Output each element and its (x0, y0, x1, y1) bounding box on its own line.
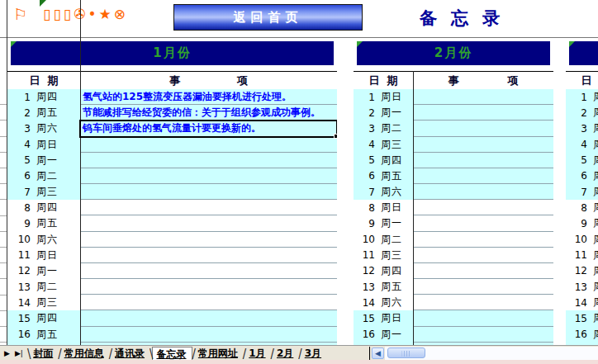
date-cell[interactable]: 7周六 (566, 184, 598, 200)
date-cell[interactable]: 10周二 (566, 232, 598, 248)
date-cell[interactable]: 4周日 (7, 137, 80, 153)
sheet-tab-备忘录[interactable]: 备忘录 (152, 347, 192, 361)
date-cell[interactable]: 14周三 (7, 295, 80, 310)
date-cell[interactable]: 8周四 (7, 200, 80, 215)
item-cell[interactable] (413, 168, 553, 184)
date-cell[interactable]: 9周五 (7, 215, 80, 231)
sheet-tab-常用信息[interactable]: 常用信息 (61, 347, 110, 361)
item-cell[interactable] (413, 200, 553, 215)
date-cell[interactable]: 7周三 (7, 184, 80, 200)
item-cell[interactable] (413, 295, 553, 310)
horizontal-scrollbar-thumb[interactable] (387, 347, 425, 358)
item-cell[interactable] (413, 232, 553, 248)
date-cell[interactable]: 9周一 (354, 215, 413, 231)
date-cell[interactable]: 10周二 (354, 232, 413, 248)
sheet-tab-通讯录[interactable]: 通讯录 (112, 347, 150, 361)
horizontal-scrollbar-track[interactable] (385, 347, 598, 360)
date-cell[interactable]: 12周一 (7, 263, 80, 279)
active-item-cell[interactable]: 钨车间垂熔处的氢气流量计要更换新的。 (80, 121, 337, 136)
item-cell[interactable] (413, 89, 553, 105)
date-cell[interactable]: 11周日 (7, 248, 80, 263)
date-cell[interactable]: 13周五 (566, 279, 598, 295)
date-cell[interactable]: 16周一 (354, 327, 413, 343)
date-cell[interactable]: 2周五 (7, 105, 80, 121)
date-cell[interactable]: 8周日 (354, 200, 413, 215)
date-cell[interactable]: 3周六 (7, 121, 80, 136)
item-cell[interactable] (80, 215, 337, 231)
item-cell[interactable] (80, 184, 337, 200)
date-cell[interactable]: 8周日 (566, 200, 598, 215)
date-cell[interactable]: 10周六 (7, 232, 80, 248)
tab-scroll-next-icon[interactable]: ▶ (4, 349, 10, 357)
item-cell[interactable] (80, 327, 337, 343)
item-cell[interactable] (413, 105, 553, 121)
date-cell[interactable]: 14周六 (566, 295, 598, 310)
item-cell[interactable] (413, 310, 553, 326)
date-cell[interactable]: 15周日 (354, 310, 413, 326)
date-cell[interactable]: 2周一 (566, 105, 598, 121)
return-home-button[interactable]: 返回首页 (173, 4, 363, 31)
item-cell[interactable] (413, 121, 553, 136)
item-cell[interactable] (413, 153, 553, 168)
item-cell[interactable]: 节能减排写给经贸委的信：关于于组织参观成功事例。 (80, 105, 337, 121)
date-cell[interactable]: 7周六 (354, 184, 413, 200)
item-cell[interactable] (80, 263, 337, 279)
date-cell[interactable]: 6周二 (7, 168, 80, 184)
sheet-tab-2月[interactable]: 2月 (273, 347, 299, 361)
date-cell[interactable]: 13周二 (7, 279, 80, 295)
date-cell[interactable]: 15周四 (7, 310, 80, 326)
item-cell[interactable] (413, 215, 553, 231)
date-cell[interactable]: 6周五 (354, 168, 413, 184)
weekday-label: 周三 (593, 248, 598, 262)
date-cell[interactable]: 4周三 (354, 137, 413, 153)
item-cell[interactable] (413, 279, 553, 295)
item-cell[interactable]: 氢气站的125整流变压器漏油要择机进行处理。 (80, 89, 337, 105)
date-cell[interactable]: 5周一 (7, 153, 80, 168)
item-cell[interactable] (80, 232, 337, 248)
date-cell[interactable]: 3周二 (566, 121, 598, 136)
item-cell[interactable] (413, 184, 553, 200)
card-icon: ▯ (53, 7, 60, 21)
hscroll-left-button[interactable]: ◀ (372, 347, 384, 359)
date-cell[interactable]: 1周四 (7, 89, 80, 105)
date-cell[interactable]: 5周四 (566, 153, 598, 168)
date-cell[interactable]: 13周五 (354, 279, 413, 295)
weekday-label: 周二 (381, 233, 402, 247)
date-cell[interactable]: 12周四 (566, 263, 598, 279)
date-cell[interactable]: 16周五 (7, 327, 80, 343)
item-cell[interactable] (80, 137, 337, 153)
date-cell[interactable]: 4周三 (566, 137, 598, 153)
item-cell[interactable] (413, 248, 553, 263)
item-cell[interactable] (80, 168, 337, 184)
date-cell[interactable]: 1周日 (566, 89, 598, 105)
date-cell[interactable]: 11周三 (354, 248, 413, 263)
tab-scroll-last-icon[interactable]: ▶| (15, 349, 23, 357)
date-cell[interactable]: 9周一 (566, 215, 598, 231)
date-cell[interactable]: 1周日 (354, 89, 413, 105)
sheet-tab-常用网址[interactable]: 常用网址 (195, 347, 244, 361)
date-cell[interactable]: 16周一 (566, 327, 598, 343)
date-cell[interactable]: 12周四 (354, 263, 413, 279)
item-cell[interactable] (413, 327, 553, 343)
row-gridline (0, 37, 598, 38)
sheet-tab-封面[interactable]: 封面 (30, 347, 59, 361)
item-cell[interactable] (80, 200, 337, 215)
date-cell[interactable]: 14周六 (354, 295, 413, 310)
date-column-header: 日期 (354, 73, 413, 88)
item-cell[interactable] (80, 279, 337, 295)
sheet-tab-3月[interactable]: 3月 (301, 347, 327, 361)
sheet-tab-1月[interactable]: 1月 (245, 347, 271, 361)
item-cell[interactable] (80, 295, 337, 310)
item-cell[interactable] (413, 137, 553, 153)
date-cell[interactable]: 2周一 (354, 105, 413, 121)
date-cell[interactable]: 6周五 (566, 168, 598, 184)
item-cell[interactable] (80, 248, 337, 263)
date-cell[interactable]: 15周日 (566, 310, 598, 326)
item-cell[interactable] (413, 263, 553, 279)
table-row: 3周六钨车间垂熔处的氢气流量计要更换新的。 (7, 121, 337, 136)
date-cell[interactable]: 5周四 (354, 153, 413, 168)
date-cell[interactable]: 3周二 (354, 121, 413, 136)
item-cell[interactable] (80, 310, 337, 326)
item-cell[interactable] (80, 153, 337, 168)
date-cell[interactable]: 11周三 (566, 248, 598, 263)
